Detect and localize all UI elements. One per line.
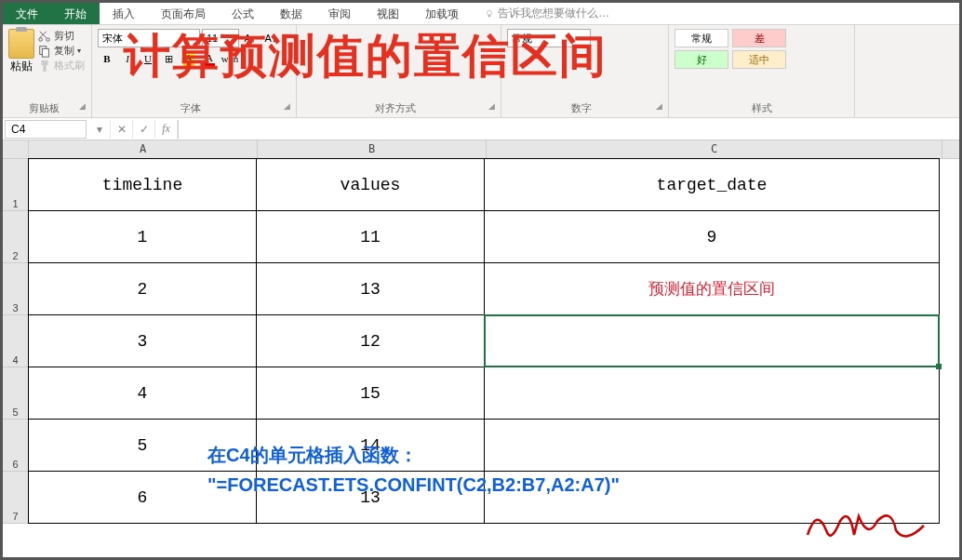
group-font: A↑ A↓ B I U ⊞ A A wén 字体◢ [92,25,297,117]
name-box-dropdown[interactable]: ▾ [88,120,111,139]
font-dialog-launcher[interactable]: ◢ [284,101,290,111]
tab-home[interactable]: 开始 [51,3,100,24]
menu-tabs: 文件 开始 插入 页面布局 公式 数据 审阅 视图 加载项 告诉我您想要做什么… [3,3,959,25]
table-row: 5 4 15 [3,367,959,420]
row-header-6[interactable]: 6 [3,420,29,472]
phonetic-button[interactable]: wén [220,49,239,68]
style-bad[interactable]: 差 [732,29,786,47]
svg-point-0 [488,10,492,15]
column-header-A[interactable]: A [29,140,258,158]
cell-B2[interactable]: 11 [256,210,485,263]
clipboard-dialog-launcher[interactable]: ◢ [79,101,86,111]
row-header-1[interactable]: 1 [3,159,29,211]
cell-C2[interactable]: 9 [484,210,940,263]
font-name-select[interactable] [98,29,200,47]
svg-rect-6 [42,60,48,64]
tab-formulas[interactable]: 公式 [219,3,267,24]
group-alignment: 对齐方式◢ [297,25,501,117]
column-headers: A B C [3,140,959,159]
copy-button[interactable]: 复制 ▾ [38,44,85,58]
name-box[interactable] [5,120,87,139]
tab-page-layout[interactable]: 页面布局 [148,3,219,24]
cell-A2[interactable]: 1 [28,210,257,263]
table-row: 3 2 13 预测值的置信区间 [3,263,959,315]
style-neutral[interactable]: 适中 [732,50,786,69]
cell-C1[interactable]: target_date [484,158,940,211]
cell-B4[interactable]: 12 [256,314,485,367]
font-size-select[interactable] [202,29,239,47]
increase-font-button[interactable]: A↑ [241,29,260,47]
svg-rect-5 [42,48,48,57]
row-header-7[interactable]: 7 [3,472,29,524]
paste-button[interactable]: 粘贴 [8,29,34,74]
table-row: 1 timeline values target_date [3,159,959,211]
group-number: 数字◢ [501,25,669,117]
cell-A6[interactable]: 5 [28,419,257,472]
format-painter-button[interactable]: 格式刷 [38,59,85,73]
svg-point-3 [47,37,50,41]
cell-A4[interactable]: 3 [28,314,257,367]
cell-B1[interactable]: values [256,158,485,211]
table-row: 6 5 14 [3,420,959,472]
cell-A1[interactable]: timeline [28,158,257,211]
svg-rect-7 [43,65,47,72]
tab-addins[interactable]: 加载项 [412,3,472,24]
tab-insert[interactable]: 插入 [100,3,148,24]
cell-B5[interactable]: 15 [256,367,485,420]
cell-B3[interactable]: 13 [256,262,485,315]
group-clipboard: 粘贴 剪切 复制 ▾ 格式刷 剪贴板◢ [3,25,92,117]
svg-point-2 [39,37,43,41]
cell-B6[interactable]: 14 [256,419,485,472]
enter-formula-button[interactable]: ✓ [133,120,155,139]
table-row: 4 3 12 [3,315,959,367]
lightbulb-icon [485,9,494,19]
cell-C5[interactable] [484,367,940,420]
tell-me-search[interactable]: 告诉我您想要做什么… [472,3,622,24]
column-header-B[interactable]: B [258,140,487,158]
tab-review[interactable]: 审阅 [315,3,364,24]
cell-A5[interactable]: 4 [28,367,257,420]
cell-C6[interactable] [484,419,940,472]
svg-rect-1 [488,15,491,17]
formula-input[interactable] [178,120,959,139]
cell-C4[interactable] [484,314,940,367]
tab-view[interactable]: 视图 [364,3,412,24]
border-button[interactable]: ⊞ [159,49,178,68]
table-row: 2 1 11 9 [3,211,959,263]
align-dialog-launcher[interactable]: ◢ [488,101,495,111]
insert-function-button[interactable]: fx [155,120,178,139]
row-header-2[interactable]: 2 [3,211,29,263]
italic-button[interactable]: I [118,49,137,68]
column-header-C[interactable]: C [487,140,942,158]
scissors-icon [38,30,51,43]
font-color-button[interactable]: A [200,49,219,68]
row-header-3[interactable]: 3 [3,263,29,315]
signature [803,502,933,552]
cancel-formula-button[interactable]: ✕ [111,120,133,139]
tab-data[interactable]: 数据 [267,3,315,24]
cell-B7[interactable]: 13 [256,471,485,524]
tab-file[interactable]: 文件 [3,3,51,24]
row-header-4[interactable]: 4 [3,315,29,367]
decrease-font-button[interactable]: A↓ [261,29,280,47]
cell-C3[interactable]: 预测值的置信区间 [484,262,940,315]
brush-icon [38,60,51,73]
copy-icon [38,45,51,58]
style-normal[interactable]: 常规 [675,29,728,47]
worksheet: A B C 1 timeline values target_date 2 1 … [3,140,959,524]
number-format-select[interactable] [507,29,591,47]
cell-A3[interactable]: 2 [28,262,257,315]
fill-color-button[interactable]: A [180,49,198,68]
bold-button[interactable]: B [98,49,116,68]
cell-A7[interactable]: 6 [28,471,257,524]
formula-bar: ▾ ✕ ✓ fx [3,118,959,140]
group-styles: 常规 差 好 适中 样式 [669,25,855,117]
paste-icon [8,29,34,59]
style-good[interactable]: 好 [675,50,728,69]
ribbon: 粘贴 剪切 复制 ▾ 格式刷 剪贴板◢ A↑ A↓ B I U ⊞ A [3,25,959,118]
select-all-corner[interactable] [3,140,29,158]
number-dialog-launcher[interactable]: ◢ [656,101,662,111]
cut-button[interactable]: 剪切 [38,29,85,43]
row-header-5[interactable]: 5 [3,367,29,420]
underline-button[interactable]: U [139,49,157,68]
